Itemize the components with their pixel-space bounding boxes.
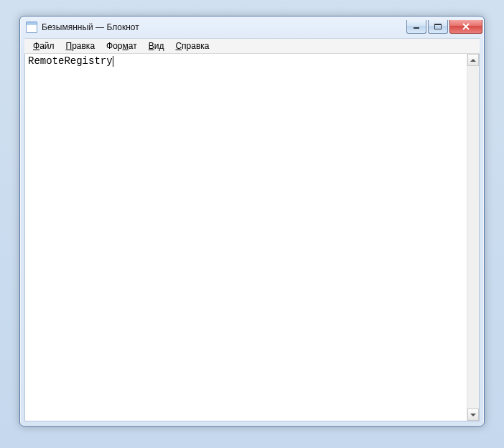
svg-rect-2 <box>434 24 442 25</box>
titlebar[interactable]: Безымянный — Блокнот <box>20 17 484 38</box>
editor-content: RemoteRegistry <box>28 55 113 67</box>
notepad-window: Безымянный — Блокнот Файл Правка Формат … <box>19 16 485 426</box>
menubar: Файл Правка Формат Вид Справка <box>24 38 480 54</box>
text-caret <box>113 56 113 67</box>
menu-file[interactable]: Файл <box>27 39 60 52</box>
svg-rect-0 <box>414 27 419 29</box>
scroll-down-button[interactable] <box>467 409 479 421</box>
menu-view[interactable]: Вид <box>143 39 170 52</box>
close-button[interactable] <box>449 20 482 34</box>
client-area: RemoteRegistry <box>24 54 480 421</box>
minimize-button[interactable] <box>406 20 426 34</box>
vertical-scrollbar[interactable] <box>467 54 479 421</box>
menu-edit[interactable]: Правка <box>60 39 101 52</box>
chevron-up-icon <box>470 59 476 62</box>
chevron-down-icon <box>470 414 476 416</box>
notepad-app-icon <box>26 22 37 33</box>
scroll-up-button[interactable] <box>467 54 479 66</box>
window-title: Безымянный — Блокнот <box>42 22 406 32</box>
text-editor[interactable]: RemoteRegistry <box>25 54 467 421</box>
scroll-track[interactable] <box>467 66 479 409</box>
maximize-button[interactable] <box>428 20 448 34</box>
window-controls <box>406 20 482 34</box>
menu-format[interactable]: Формат <box>101 39 143 52</box>
minimize-icon <box>413 24 420 29</box>
menu-help[interactable]: Справка <box>169 39 215 52</box>
close-icon <box>462 23 470 30</box>
maximize-icon <box>434 24 442 29</box>
